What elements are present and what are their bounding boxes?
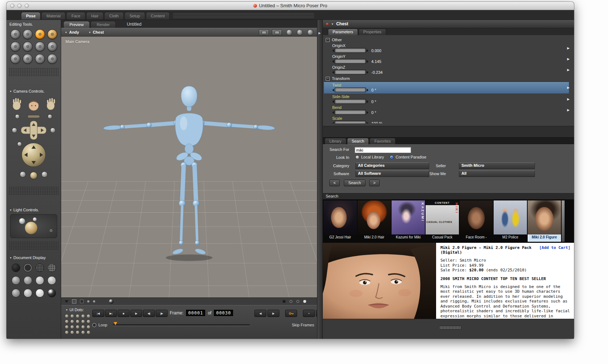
dial-increment-icon[interactable] [367, 122, 368, 124]
tool-direct-manipulation-icon[interactable] [47, 54, 57, 64]
ui-dot[interactable] [70, 314, 74, 318]
ui-dot[interactable] [81, 325, 85, 329]
style-smooth-lined-icon[interactable] [12, 289, 20, 297]
viewport-canvas[interactable]: Main Camera [61, 37, 317, 297]
param-value[interactable]: 0.000 [371, 48, 381, 53]
camera-dot-2[interactable] [290, 300, 292, 303]
timeline-scrubber[interactable] [113, 324, 250, 326]
dial-decrement-icon[interactable] [332, 71, 334, 74]
ui-dot[interactable] [76, 314, 80, 318]
camera-sphere-left-icon[interactable] [12, 128, 17, 133]
ui-dot[interactable] [76, 319, 80, 323]
result-thumb-face-room[interactable]: Face Room - [460, 200, 493, 242]
camera-dot-3[interactable] [296, 300, 299, 303]
ui-dot[interactable] [65, 330, 69, 334]
dial-decrement-icon[interactable] [332, 49, 334, 52]
camera-roll-right-icon[interactable] [42, 172, 47, 177]
param-value[interactable]: 0 ° [371, 88, 376, 92]
current-frame-field[interactable]: 00001 [186, 310, 205, 316]
param-menu-icon[interactable]: ▶ [567, 46, 570, 50]
material-ball-icon[interactable] [109, 299, 114, 304]
play-button[interactable]: ▶ [130, 310, 142, 317]
actor-menu[interactable]: ▼Chest [88, 30, 104, 34]
figure-menu[interactable]: ▼Andy [65, 30, 79, 34]
ui-dot[interactable] [65, 325, 69, 329]
collapse-group-icon[interactable]: − [326, 38, 330, 42]
tool-twist-icon[interactable] [23, 29, 33, 39]
tool-translate-in-out-icon[interactable] [47, 29, 57, 39]
left-hand-icon[interactable] [13, 98, 21, 110]
small-dot-icon[interactable] [87, 300, 89, 302]
first-frame-button[interactable]: |◀ [92, 310, 104, 317]
dial-increment-icon[interactable] [367, 89, 368, 92]
tab-face[interactable]: Face [66, 12, 85, 20]
ui-dot[interactable] [65, 314, 69, 318]
param-dial[interactable] [335, 70, 366, 75]
style-smooth-shaded-icon[interactable] [47, 276, 56, 285]
result-thumb-miki-hair[interactable]: Miki 2.0 Hair [358, 200, 391, 242]
panel-splitter[interactable]: ▶ [317, 20, 323, 339]
tracking-knob[interactable] [297, 29, 303, 35]
tab-hair[interactable]: Hair [86, 12, 104, 20]
tool-taper-icon[interactable] [23, 42, 33, 51]
style-cartoon-icon[interactable] [47, 289, 56, 297]
light-controls-pad[interactable]: ☼ [10, 214, 57, 238]
ui-dot[interactable] [86, 314, 90, 318]
ui-dot[interactable] [76, 330, 80, 334]
shadow-knob[interactable] [307, 29, 313, 35]
tab-properties[interactable]: Properties [359, 29, 386, 35]
collapse-group-icon[interactable]: − [326, 77, 330, 81]
tool-color-icon[interactable] [47, 42, 57, 51]
depth-cue-knob[interactable] [286, 29, 292, 35]
collapse-panel-icon[interactable]: ▶ [318, 31, 321, 35]
radio-local-library[interactable]: Local Library [355, 155, 384, 159]
sun-icon[interactable]: ☼ [49, 227, 53, 233]
search-button[interactable]: Search [344, 179, 366, 186]
light-sphere-2[interactable] [19, 218, 25, 224]
next-page-button[interactable]: > [369, 179, 380, 186]
tab-cloth[interactable]: Cloth [104, 12, 124, 20]
ui-dot[interactable] [86, 330, 90, 334]
camera-link-icon[interactable] [28, 115, 40, 118]
ui-dot[interactable] [76, 325, 80, 329]
nudge-left-button[interactable]: ◀ [254, 310, 266, 317]
tab-material[interactable]: Material [41, 12, 66, 20]
ui-dot[interactable] [81, 330, 85, 334]
prev-page-button[interactable]: < [329, 179, 340, 186]
result-thumb-miki-figure[interactable]: Miki 2.0 Figure [528, 200, 561, 242]
param-value[interactable]: 100 % [371, 121, 383, 124]
ui-dot[interactable] [86, 325, 90, 329]
style-outline-icon[interactable] [24, 263, 32, 272]
tool-scale-icon[interactable] [10, 42, 20, 51]
param-menu-icon[interactable]: ▶ [567, 108, 570, 112]
param-value[interactable]: 4.145 [371, 59, 381, 64]
dial-increment-icon[interactable] [367, 100, 368, 103]
loop-toggle[interactable] [92, 323, 96, 327]
param-dial[interactable] [335, 88, 366, 92]
tool-rotate-icon[interactable] [10, 29, 20, 39]
step-back-button[interactable]: ◀| [143, 310, 155, 317]
tab-preview[interactable]: Preview [63, 21, 90, 28]
param-dial[interactable] [335, 121, 366, 123]
ui-dot[interactable] [70, 319, 74, 323]
category-dropdown[interactable]: All Categories [355, 162, 429, 169]
tool-view-magnifier-icon[interactable] [23, 54, 33, 64]
dial-increment-icon[interactable] [367, 111, 368, 114]
param-dial[interactable] [335, 110, 366, 115]
software-dropdown[interactable]: All Software [355, 170, 429, 177]
style-flat-lined-icon[interactable] [35, 276, 44, 285]
tool-morphing-icon[interactable] [35, 54, 45, 64]
ui-dot[interactable] [70, 330, 74, 334]
radio-selected-icon[interactable] [390, 155, 394, 159]
style-wireframe-icon[interactable] [35, 263, 44, 272]
result-thumb-kazumi[interactable]: KAZUMI Kazumi for Miki [392, 200, 425, 242]
tool-translate-pull-icon[interactable] [35, 29, 45, 39]
camera-sphere-right-icon[interactable] [50, 128, 55, 133]
light-sphere-3[interactable] [33, 217, 37, 221]
camera-controls-pad[interactable] [7, 94, 61, 185]
camera-roll-center-icon[interactable] [30, 172, 37, 179]
dial-decrement-icon[interactable] [332, 89, 334, 92]
param-menu-icon[interactable]: ▶ [567, 68, 570, 72]
camera-dot-4[interactable] [303, 300, 306, 303]
scrub-marker[interactable] [114, 322, 117, 325]
